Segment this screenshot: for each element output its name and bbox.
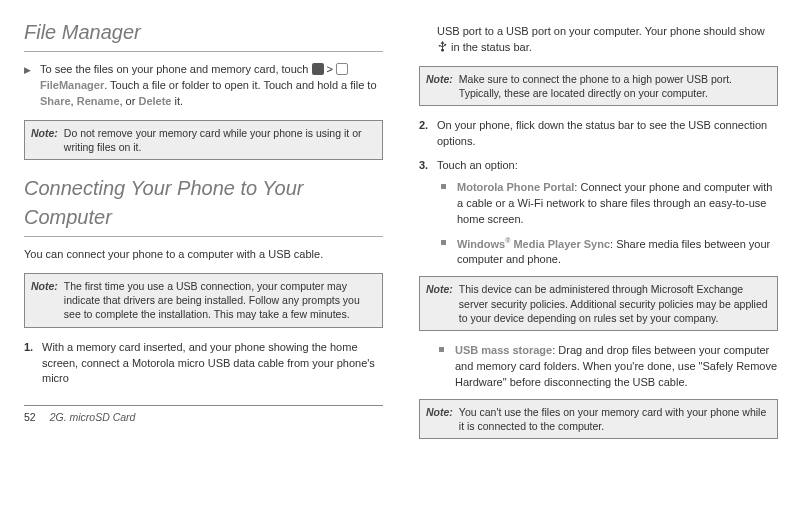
option-list-cont: USB mass storage: Drag and drop files be…: [451, 343, 778, 391]
note-box-5: Note: You can't use the files on your me…: [419, 399, 778, 439]
opt2-a: Windows: [457, 238, 505, 250]
note-text: The first time you use a USB connection,…: [64, 279, 376, 322]
left-column: File Manager ▶ To see the files on your …: [24, 18, 401, 507]
step-2-text: On your phone, flick down the status bar…: [437, 119, 767, 147]
steps-list-right: 2. On your phone, flick down the status …: [433, 118, 778, 268]
option-motorola-portal: Motorola Phone Portal: Connect your phon…: [453, 180, 778, 228]
step-1: 1. With a memory card inserted, and your…: [38, 340, 383, 388]
usb-icon: [437, 41, 448, 52]
section-title-connecting: Connecting Your Phone to Your Computer: [24, 174, 383, 237]
note-box-3: Note: Make sure to connect the phone to …: [419, 66, 778, 106]
option-title: Motorola Phone Portal: [457, 181, 574, 193]
option-list: Motorola Phone Portal: Connect your phon…: [453, 180, 778, 268]
note-label: Note:: [31, 126, 58, 154]
step-1-text: With a memory card inserted, and your ph…: [42, 341, 375, 385]
option-usb-mass-storage: USB mass storage: Drag and drop files be…: [451, 343, 778, 391]
note-label: Note:: [426, 405, 453, 433]
note-label: Note:: [426, 282, 453, 325]
svg-rect-1: [442, 43, 443, 50]
apps-icon: [312, 63, 324, 75]
note-text: This device can be administered through …: [459, 282, 771, 325]
step1-cont-b: in the status bar.: [448, 41, 532, 53]
square-bullet-icon: [441, 240, 446, 245]
step-3-text: Touch an option:: [437, 159, 518, 171]
step-number: 1.: [24, 340, 33, 356]
footer-section-title: 2G. microSD Card: [50, 410, 136, 425]
filemanager-icon: [336, 63, 348, 75]
note-box-4: Note: This device can be administered th…: [419, 276, 778, 331]
option-title: USB mass storage: [455, 344, 552, 356]
section-title-file-manager: File Manager: [24, 18, 383, 52]
option-wmp-sync: Windows® Media Player Sync: Share media …: [453, 236, 778, 269]
filemanager-label: FileManager: [40, 79, 104, 91]
note-label: Note:: [426, 72, 453, 100]
intro-text-a: To see the files on your phone and memor…: [40, 63, 312, 75]
connecting-para: You can connect your phone to a computer…: [24, 247, 383, 263]
intro-text-b: . Touch a file or folder to open it. Tou…: [104, 79, 376, 91]
square-bullet-icon: [441, 184, 446, 189]
rename-label: Rename: [77, 95, 120, 107]
option-title: Windows® Media Player Sync: [457, 238, 610, 250]
right-column: USB port to a USB port on your computer.…: [401, 18, 778, 507]
svg-line-6: [443, 45, 445, 46]
step1-cont-a: USB port to a USB port on your computer.…: [437, 25, 765, 37]
svg-marker-2: [441, 41, 445, 44]
note-label: Note:: [31, 279, 58, 322]
triangle-marker-icon: ▶: [24, 64, 31, 77]
share-label: Share: [40, 95, 71, 107]
gt-symbol: >: [324, 63, 337, 75]
step-2: 2. On your phone, flick down the status …: [433, 118, 778, 150]
steps-list-left: 1. With a memory card inserted, and your…: [38, 340, 383, 388]
page-number: 52: [24, 410, 36, 425]
note-box-1: Note: Do not remove your memory card whi…: [24, 120, 383, 160]
intro-text-c: it.: [171, 95, 183, 107]
note-box-2: Note: The first time you use a USB conne…: [24, 273, 383, 328]
step-number: 2.: [419, 118, 428, 134]
step-number: 3.: [419, 158, 428, 174]
opt2-b: Media Player Sync: [510, 238, 610, 250]
note-text: You can't use the files on your memory c…: [459, 405, 771, 433]
delete-label: Delete: [138, 95, 171, 107]
comma2: , or: [120, 95, 139, 107]
step-3: 3. Touch an option: Motorola Phone Porta…: [433, 158, 778, 268]
note-text: Do not remove your memory card while you…: [64, 126, 376, 154]
file-manager-intro: ▶ To see the files on your phone and mem…: [40, 62, 383, 110]
note-text: Make sure to connect the phone to a high…: [459, 72, 771, 100]
square-bullet-icon: [439, 347, 444, 352]
step-1-continuation: USB port to a USB port on your computer.…: [437, 24, 778, 56]
page-footer: 52 2G. microSD Card: [24, 405, 383, 425]
